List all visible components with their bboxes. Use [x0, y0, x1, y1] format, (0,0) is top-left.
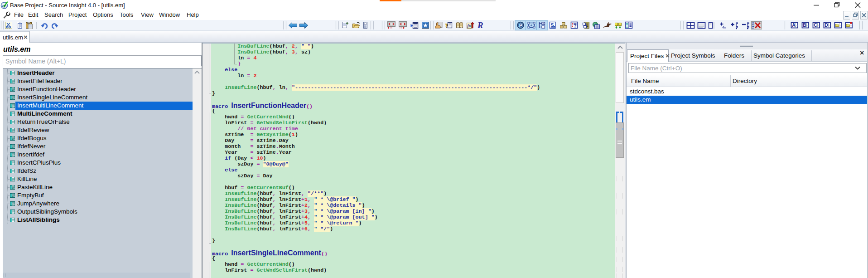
svg-text:A: A [792, 22, 796, 28]
svg-text:D: D [825, 22, 828, 28]
svg-text:S: S [551, 22, 554, 28]
svg-text:P: P [519, 23, 522, 28]
svg-text:R: R [477, 20, 483, 30]
svg-text:?: ? [574, 24, 577, 29]
svg-text:B: B [803, 22, 806, 28]
svg-text:C: C [814, 22, 817, 28]
svg-text:fx: fx [468, 23, 471, 28]
